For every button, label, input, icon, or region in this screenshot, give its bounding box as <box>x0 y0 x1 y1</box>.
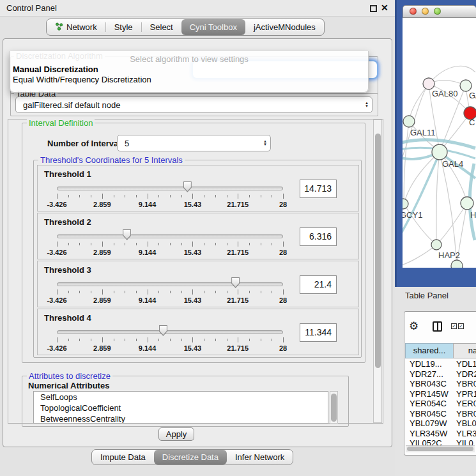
column-header-name[interactable]: name <box>453 343 476 358</box>
tab-label: Select <box>150 22 173 32</box>
tick-label: 21.715 <box>227 249 249 256</box>
bottom-tab-discretize-data[interactable]: Discretize Data <box>154 450 227 464</box>
bottom-tab-impute-data[interactable]: Impute Data <box>92 450 154 464</box>
tick-mark <box>238 337 238 342</box>
attributes-scrollbar[interactable] <box>330 391 338 424</box>
table-row[interactable]: YBR043CYBR0 <box>405 379 476 389</box>
threshold-panel: Threshold 1-3.4262.8599.14415.4321.71528… <box>37 165 359 211</box>
algorithm-prompt-item[interactable]: Select algorithm to view settings <box>10 54 368 64</box>
tab-jactivemnodules[interactable]: jActiveMNodules <box>245 19 324 35</box>
table-row[interactable]: YDL19...YDL1 <box>405 359 476 369</box>
tick-mark <box>91 243 91 245</box>
tick-mark <box>283 194 284 199</box>
top-tab-bar: NetworkStyleSelectCyni ToolboxjActiveMNo… <box>46 19 325 36</box>
threshold-value-field[interactable]: 14.713 <box>300 180 337 198</box>
tick-label: 28 <box>279 296 287 304</box>
numerical-attributes-label: Numerical Attributes <box>28 381 109 390</box>
tick-mark <box>158 243 159 245</box>
threshold-slider-track[interactable] <box>57 187 283 190</box>
network-node[interactable] <box>451 260 463 268</box>
table-panel-title: Table Panel <box>405 291 449 300</box>
list-item[interactable]: SelfLoops <box>34 392 328 403</box>
threshold-value-field[interactable]: 21.4 <box>300 275 337 294</box>
gear-icon[interactable]: ⚙ <box>409 319 418 333</box>
threshold-slider-thumb[interactable] <box>123 229 131 240</box>
tick-mark <box>68 339 69 341</box>
close-traffic-light-icon[interactable] <box>410 8 417 15</box>
tick-mark <box>114 195 114 197</box>
settings-scrollbar[interactable] <box>373 119 382 423</box>
table-hscrollbar-thumb[interactable] <box>407 447 473 451</box>
table-data-combobox[interactable]: galFiltered.sif default node ▲▼ <box>15 96 372 113</box>
threshold-slider-thumb[interactable] <box>231 277 240 288</box>
name-cell: YDL1 <box>456 359 476 369</box>
network-node[interactable] <box>403 116 415 127</box>
name-cell: YDR2 <box>456 369 476 379</box>
bottom-tab-label: Discretize Data <box>162 452 219 462</box>
tick-mark <box>148 337 148 342</box>
network-node[interactable] <box>431 240 441 250</box>
threshold-value-field[interactable]: 6.316 <box>300 227 337 246</box>
threshold-slider-thumb[interactable] <box>159 325 167 336</box>
list-item[interactable]: BetweennessCentrality <box>34 413 328 424</box>
table-row[interactable]: YER054CYER0 <box>405 399 476 409</box>
algorithm-option[interactable]: Manual Discretization <box>12 65 367 75</box>
stepper-arrows-icon: ▲▼ <box>260 140 270 146</box>
tick-mark <box>204 195 204 197</box>
network-node[interactable] <box>423 78 434 89</box>
number-of-intervals-combobox[interactable]: 5 ▲▼ <box>117 135 271 151</box>
table-row[interactable]: YBR045CYBR0 <box>405 409 476 419</box>
tab-cyni-toolbox[interactable]: Cyni Toolbox <box>181 19 245 35</box>
close-icon[interactable]: ✕ <box>381 3 388 13</box>
threshold-value-field[interactable]: 11.344 <box>300 323 337 342</box>
shared-name-cell: YPR145W <box>410 389 454 399</box>
tab-network[interactable]: Network <box>47 19 105 35</box>
network-node[interactable] <box>432 144 447 160</box>
table-row[interactable]: YDR27...YDR2 <box>405 369 476 380</box>
checkbox-icon[interactable]: ✓ <box>451 323 457 329</box>
algorithm-dropdown-popup: Select algorithm to view settings Manual… <box>10 51 369 93</box>
bottom-tab-infer-network[interactable]: Infer Network <box>227 450 293 464</box>
column-header-shared-name[interactable]: shared... <box>405 343 454 358</box>
tick-mark <box>272 243 272 245</box>
tick-mark <box>261 339 261 341</box>
tick-mark <box>204 339 204 341</box>
algorithm-option[interactable]: Equal Width/Frequency Discretization <box>12 75 367 85</box>
tick-label: -3.426 <box>47 296 66 304</box>
name-cell: YBL0 <box>456 418 476 428</box>
network-view-canvas[interactable]: GAL80GACGAL11GAL4GCY1HHAP2 <box>403 18 476 268</box>
threshold-slider-track[interactable] <box>57 234 283 238</box>
float-window-icon[interactable] <box>370 5 377 12</box>
threshold-slider-track[interactable] <box>57 282 283 286</box>
checkbox-icon[interactable]: ✓ <box>458 323 464 329</box>
network-node[interactable] <box>403 199 408 209</box>
shared-name-cell: YDL19... <box>410 359 454 369</box>
tab-select[interactable]: Select <box>142 19 181 35</box>
network-node[interactable] <box>461 197 473 210</box>
table-row[interactable]: YLR345WYLR3 <box>405 429 476 439</box>
minimize-traffic-light-icon[interactable] <box>422 8 429 15</box>
tick-mark <box>249 195 250 197</box>
list-item[interactable]: TopologicalCoefficient <box>34 403 328 413</box>
threshold-slider-track[interactable] <box>57 330 283 334</box>
network-node-label: GAL4 <box>442 159 463 169</box>
network-node[interactable] <box>460 80 472 91</box>
tick-label: 15.43 <box>184 201 202 208</box>
zoom-traffic-light-icon[interactable] <box>434 8 441 15</box>
tick-mark <box>125 339 125 341</box>
numerical-attributes-list[interactable]: SelfLoopsTopologicalCoefficientBetweenne… <box>33 391 328 424</box>
threshold-slider-thumb[interactable] <box>183 181 192 192</box>
threshold-label: Threshold 1 <box>44 169 91 179</box>
tick-mark <box>227 195 227 197</box>
table-row[interactable]: YBL079WYBL0 <box>405 418 476 429</box>
panel-title: Control Panel <box>6 3 57 13</box>
tick-label: 15.43 <box>184 344 202 352</box>
tick-mark <box>283 289 284 295</box>
apply-button[interactable]: Apply <box>158 427 194 441</box>
tick-mark <box>79 339 80 341</box>
tab-style[interactable]: Style <box>106 19 141 35</box>
table-row[interactable]: YPR145WYPR1 <box>405 389 476 399</box>
split-columns-icon[interactable] <box>433 321 442 332</box>
tick-label: -3.426 <box>47 249 66 256</box>
tick-mark <box>91 195 91 197</box>
